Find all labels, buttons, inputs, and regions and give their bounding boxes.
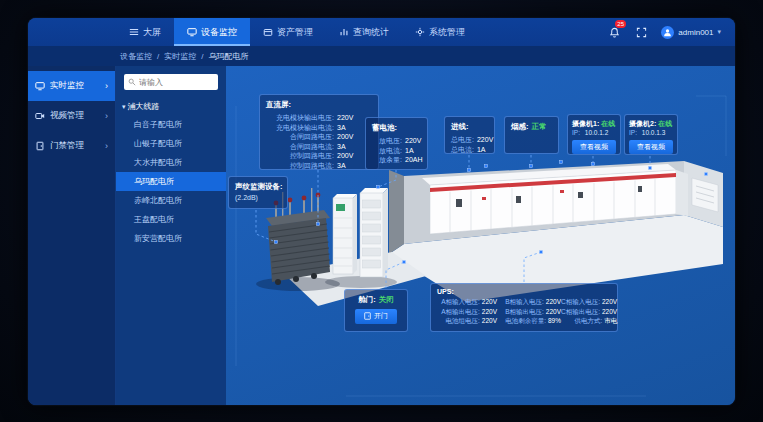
- fullscreen-button[interactable]: [634, 25, 648, 39]
- metric-value: 1A: [477, 145, 486, 155]
- metric-label: 控制回路电流:: [266, 161, 334, 171]
- nav-item-system-management[interactable]: 系统管理: [402, 18, 478, 46]
- tree-search: [124, 74, 218, 90]
- metric-value: 220V: [602, 297, 617, 307]
- door-open-icon: [364, 312, 371, 320]
- metric-value: 3A: [337, 123, 346, 133]
- breadcrumb: 设备监控 / 实时监控 / 乌玛配电所: [28, 46, 735, 66]
- metric-value: 89%: [548, 316, 561, 326]
- notification-bell-button[interactable]: 25: [607, 25, 621, 39]
- metric-value: 220V: [477, 135, 493, 145]
- person-icon: [663, 28, 672, 37]
- ip-label: IP:: [629, 129, 637, 136]
- tree-item-substation[interactable]: 白音子配电所: [116, 115, 226, 134]
- tree-item-substation-selected[interactable]: 乌玛配电所: [116, 172, 226, 191]
- camera2-card: 摄像机2: 在线 IP: 10.0.1.3 查看视频: [624, 114, 678, 155]
- nav-item-query-statistics[interactable]: 查询统计: [326, 18, 402, 46]
- sidebar-item-label: 实时监控: [50, 80, 84, 92]
- view-video-button[interactable]: 查看视频: [572, 140, 616, 154]
- metric-label: 合闸回路电流:: [266, 142, 334, 152]
- breadcrumb-separator: /: [201, 52, 203, 61]
- monitor-icon: [187, 27, 197, 37]
- chevron-right-icon: ›: [105, 111, 108, 121]
- metric-value: 220V: [405, 136, 421, 146]
- tree-item-substation[interactable]: 山银子配电所: [116, 134, 226, 153]
- sidebar-item-video-management[interactable]: 视频管理 ›: [28, 101, 115, 131]
- smoke-status: 正常: [532, 122, 547, 132]
- tree-item-substation[interactable]: 王盘配电所: [116, 210, 226, 229]
- metric-value: 1A: [405, 146, 414, 156]
- breadcrumb-separator: /: [157, 52, 159, 61]
- nav-item-asset-management[interactable]: 资产管理: [250, 18, 326, 46]
- smoke-sensor-card: 烟感: 正常: [504, 116, 559, 154]
- metric-label: 合闸回路电压:: [266, 132, 334, 142]
- open-door-button[interactable]: 开门: [355, 309, 397, 324]
- tree-item-substation[interactable]: 赤峰北配电所: [116, 191, 226, 210]
- metric-label: 总电压:: [451, 135, 474, 145]
- sidebar-item-label: 视频管理: [50, 110, 84, 122]
- metric-value: 200V: [337, 151, 353, 161]
- chevron-right-icon: ›: [105, 141, 108, 151]
- breadcrumb-item[interactable]: 乌玛配电所: [208, 51, 248, 62]
- metric-value: 220V: [482, 297, 497, 307]
- station-tree: 浦大线路 白音子配电所 山银子配电所 大水井配电所 乌玛配电所 赤峰北配电所 王…: [115, 66, 226, 405]
- metric-value: 3A: [337, 161, 346, 171]
- metric-label: 电池组电压:: [437, 316, 480, 326]
- gear-icon: [415, 27, 425, 37]
- nav-label: 设备监控: [201, 26, 237, 39]
- menu-icon: [129, 27, 139, 37]
- sidebar-item-access-control[interactable]: 门禁管理 ›: [28, 131, 115, 161]
- door-status: 关闭: [379, 295, 394, 305]
- battery-panel-title: 蓄电池:: [372, 123, 421, 133]
- dc-panel-title: 直流屏:: [266, 100, 372, 110]
- nav-item-device-monitoring[interactable]: 设备监控: [174, 18, 250, 46]
- view-video-button[interactable]: 查看视频: [629, 140, 673, 154]
- incoming-line-title: 进线:: [451, 122, 488, 132]
- tree-group-line[interactable]: 浦大线路: [116, 97, 226, 115]
- box-icon: [263, 27, 273, 37]
- ip-value: 10.0.1.2: [585, 129, 609, 136]
- tree-item-substation[interactable]: 新安营配电所: [116, 229, 226, 248]
- top-nav: 大屏 设备监控 资产管理 查询统计 系统管理 25: [28, 18, 735, 46]
- ups-card: UPS: A相输入电压:220V B相输入电压:220V C相输入电压:220V…: [430, 283, 618, 332]
- metric-value: 20AH: [405, 155, 423, 165]
- nav-right-tools: 25 admin001 ▾: [607, 18, 735, 46]
- tree-item-substation[interactable]: 大水井配电所: [116, 153, 226, 172]
- breadcrumb-item[interactable]: 实时监控: [164, 51, 196, 62]
- nav-label: 系统管理: [429, 26, 465, 39]
- fullscreen-icon: [636, 27, 647, 38]
- nav-item-dashboard[interactable]: 大屏: [116, 18, 174, 46]
- user-name: admin001: [678, 28, 713, 37]
- search-icon: [128, 78, 136, 86]
- metric-value: 220V: [546, 297, 561, 307]
- metric-value: 220V: [602, 307, 617, 317]
- sidebar-item-label: 门禁管理: [50, 140, 84, 152]
- camera-label: 摄像机1:: [572, 120, 599, 127]
- search-input[interactable]: [139, 78, 214, 87]
- notification-badge: 25: [615, 20, 626, 28]
- metric-value: 市电: [604, 316, 617, 326]
- user-menu[interactable]: admin001 ▾: [661, 26, 721, 39]
- metric-label: B相输入电压:: [497, 297, 544, 307]
- metric-label: C相输入电压:: [561, 297, 600, 307]
- metric-value: 220V: [546, 307, 561, 317]
- camera-label: 摄像机2:: [629, 120, 656, 127]
- metric-label: 控制回路电压:: [266, 151, 334, 161]
- incoming-line-card: 进线: 总电压:220V 总电流:1A: [444, 116, 495, 154]
- nav-label: 资产管理: [277, 26, 313, 39]
- metric-value: 220V: [482, 307, 497, 317]
- user-avatar: [661, 26, 674, 39]
- substation-3d-view: 直流屏: 充电模块输出电压:220V 充电模块输出电流:3A 合闸回路电压:20…: [226, 66, 735, 405]
- metric-value: 3A: [337, 142, 346, 152]
- monitor-icon: [35, 81, 45, 91]
- door-label: 舱门:: [358, 295, 376, 305]
- metric-label: A相输入电压:: [437, 297, 480, 307]
- chart-icon: [339, 27, 349, 37]
- battery-panel-card: 蓄电池: 放电压:220V 放电流:1A 放余量:20AH: [365, 117, 428, 170]
- sidebar-item-realtime-monitoring[interactable]: 实时监控 ›: [28, 71, 115, 101]
- chevron-down-icon: ▾: [717, 28, 721, 36]
- dc-panel-card: 直流屏: 充电模块输出电压:220V 充电模块输出电流:3A 合闸回路电压:20…: [259, 94, 379, 170]
- ups-title: UPS:: [437, 288, 611, 295]
- breadcrumb-item[interactable]: 设备监控: [120, 51, 152, 62]
- metric-label: 供电方式:: [561, 316, 602, 326]
